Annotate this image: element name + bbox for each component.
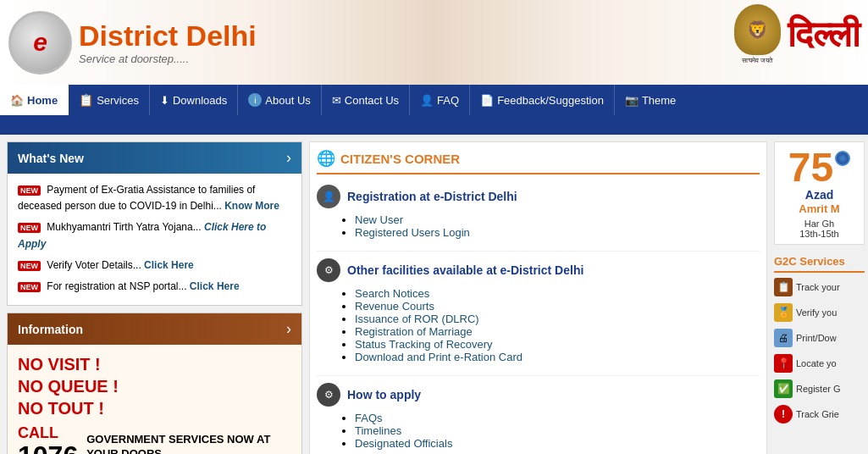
verify-icon: 🏅	[774, 303, 793, 322]
how-to-apply-section: ⚙ How to apply FAQs Timelines Designated…	[317, 383, 760, 450]
how-to-apply-list: FAQs Timelines Designated Officials	[317, 412, 760, 450]
search-notices-item: Search Notices	[355, 287, 760, 300]
logo-title: District Delhi	[79, 19, 257, 53]
registered-users-link[interactable]: Registered Users Login	[355, 226, 470, 239]
g2c-item-3-text: Print/Dow	[796, 333, 837, 343]
nav-item-about[interactable]: i About Us	[238, 85, 321, 115]
g2c-item-1[interactable]: 📋 Track your	[774, 278, 865, 296]
registration-list: New User Registered Users Login	[317, 213, 760, 239]
delhi-hindi-text: दिल्ली	[788, 17, 860, 53]
har-ghar-text: Har Gh	[778, 219, 860, 229]
main-nav: 🏠 Home 📋 Services ⬇ Downloads i About Us…	[0, 85, 868, 115]
g2c-item-4[interactable]: 📍 Locate yo	[774, 354, 865, 373]
delhi-hindi-logo: दिल्ली	[788, 17, 860, 53]
timelines-link[interactable]: Timelines	[355, 424, 401, 437]
nav-item-contact[interactable]: ✉ Contact Us	[322, 85, 410, 115]
section-divider-2	[317, 375, 760, 376]
nav-item-theme[interactable]: 📷 Theme	[615, 85, 686, 115]
whats-new-item-4: NEW For registration at NSP portal... Cl…	[18, 279, 291, 295]
faq-icon: 👤	[420, 94, 434, 107]
nav-contact-label: Contact Us	[345, 94, 399, 107]
nav-home-label: Home	[27, 94, 58, 107]
information-header: Information ›	[8, 313, 301, 345]
marriage-link[interactable]: Registration of Marriage	[355, 325, 473, 338]
information-panel: Information › NO VISIT ! NO QUEUE ! NO T…	[7, 313, 302, 454]
register-icon: ✅	[774, 379, 793, 398]
facilities-title: Other facilities available at e-District…	[347, 263, 583, 277]
grievance-icon: !	[774, 405, 793, 424]
whats-new-item-2: NEW Mukhyamantri Tirth Yatra Yojana... C…	[18, 219, 291, 252]
downloads-icon: ⬇	[160, 94, 169, 107]
logo-e-text: e	[33, 28, 47, 57]
ration-link[interactable]: Download and Print e-Ration Card	[355, 351, 522, 363]
registration-title: Registration at e-District Delhi	[347, 190, 517, 203]
call-label: CALL	[18, 424, 78, 442]
locate-icon: 📍	[774, 354, 793, 373]
know-more-link[interactable]: Know More	[224, 200, 279, 212]
marquee-bar: Due to some urgent maintenance, applicat…	[0, 115, 868, 135]
nav-feedback-label: Feedback/Suggestion	[497, 94, 604, 107]
logo-area: e District Delhi Service at doorstep....…	[8, 11, 257, 75]
g2c-item-3[interactable]: 🖨 Print/Dow	[774, 329, 865, 347]
how-to-apply-title: How to apply	[347, 388, 421, 401]
services-icon: 📋	[79, 93, 93, 107]
citizens-corner-header: 🌐 CITIZEN'S CORNER	[317, 149, 760, 174]
no-visit-text: NO VISIT !	[18, 353, 291, 375]
ration-item: Download and Print e-Ration Card	[355, 351, 760, 363]
nav-item-services[interactable]: 📋 Services	[69, 85, 150, 115]
ror-link[interactable]: Issuance of ROR (DLRC)	[355, 313, 479, 325]
whats-new-arrow[interactable]: ›	[286, 149, 291, 167]
new-badge-4: NEW	[18, 282, 41, 292]
revenue-courts-link[interactable]: Revenue Courts	[355, 300, 434, 313]
voter-link[interactable]: Click Here	[144, 259, 194, 271]
designated-link[interactable]: Designated Officials	[355, 437, 452, 450]
recovery-link[interactable]: Status Tracking of Recovery	[355, 338, 493, 351]
ror-item: Issuance of ROR (DLRC)	[355, 313, 760, 325]
center-content: 🌐 CITIZEN'S CORNER 👤 Registration at e-D…	[309, 141, 767, 454]
whats-new-text-4: For registration at NSP portal...	[47, 280, 190, 292]
right-logos: 🦁 सत्यमेव जयते दिल्ली	[734, 4, 860, 65]
dates-text: 13th-15th	[778, 229, 860, 239]
faq-link[interactable]: FAQs	[355, 412, 383, 424]
nav-downloads-label: Downloads	[173, 94, 227, 107]
g2c-item-1-text: Track your	[796, 282, 840, 292]
registered-users-item: Registered Users Login	[355, 226, 760, 239]
azadi-panel: 75 Azad Amrit M Har Gh 13th-15th	[774, 141, 865, 245]
g2c-panel: G2C Services 📋 Track your 🏅 Verify you 🖨…	[774, 252, 865, 424]
no-tout-text: NO TOUT !	[18, 397, 291, 419]
search-notices-link[interactable]: Search Notices	[355, 287, 429, 300]
section-divider-1	[317, 251, 760, 252]
g2c-item-5[interactable]: ✅ Register G	[774, 379, 865, 398]
how-to-apply-icon: ⚙	[317, 383, 340, 407]
g2c-item-6[interactable]: ! Track Grie	[774, 405, 865, 424]
designated-item: Designated Officials	[355, 437, 760, 450]
amrit-text: Amrit M	[778, 202, 860, 216]
nav-faq-label: FAQ	[437, 94, 459, 107]
nav-services-label: Services	[97, 94, 139, 107]
g2c-item-2[interactable]: 🏅 Verify you	[774, 303, 865, 322]
new-badge-1: NEW	[18, 185, 41, 196]
azadi-text: Azad	[778, 188, 860, 202]
nav-item-faq[interactable]: 👤 FAQ	[410, 85, 470, 115]
nav-item-home[interactable]: 🏠 Home	[0, 85, 69, 115]
nsp-link[interactable]: Click Here	[190, 280, 240, 292]
whats-new-text-1: Payment of Ex-Gratia Assistance to famil…	[18, 184, 255, 212]
nav-about-label: About Us	[265, 94, 310, 107]
no-queue-text: NO QUEUE !	[18, 375, 291, 397]
whats-new-text-2: Mukhyamantri Tirth Yatra Yojana...	[47, 221, 204, 233]
g2c-item-5-text: Register G	[796, 384, 841, 394]
timelines-item: Timelines	[355, 424, 760, 437]
facilities-section: ⚙ Other facilities available at e-Distri…	[317, 258, 760, 363]
marriage-item: Registration of Marriage	[355, 325, 760, 338]
azadi-number: 75	[788, 147, 833, 188]
whats-new-text-3: Verify Voter Details...	[47, 259, 144, 271]
nav-item-downloads[interactable]: ⬇ Downloads	[150, 85, 238, 115]
home-icon: 🏠	[10, 94, 24, 107]
info-arrow[interactable]: ›	[286, 320, 291, 338]
g2c-item-4-text: Locate yo	[796, 358, 837, 368]
national-emblem: 🦁 सत्यमेव जयते	[734, 4, 781, 65]
new-user-link[interactable]: New User	[355, 213, 403, 226]
nav-item-feedback[interactable]: 📄 Feedback/Suggestion	[470, 85, 615, 115]
header: e District Delhi Service at doorstep....…	[0, 0, 868, 85]
govt-services-text: GOVERNMENT SERVICES NOW AT YOUR DOORS	[86, 433, 291, 454]
